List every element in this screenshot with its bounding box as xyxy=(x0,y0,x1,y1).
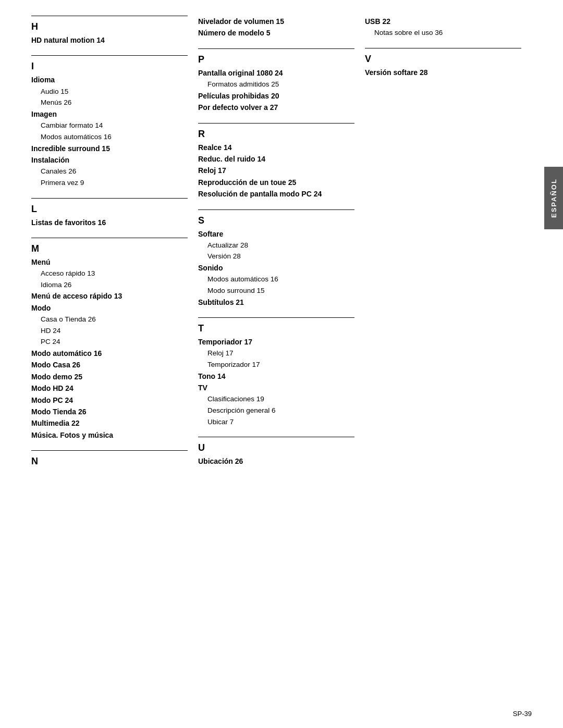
section-L: LListas de favoritos 16 xyxy=(31,198,188,228)
index-entry: Menús 26 xyxy=(31,97,188,108)
index-entry: Número de modelo 5 xyxy=(198,27,354,39)
letter-T: T xyxy=(198,323,354,334)
index-entry: Menú de acceso rápido 13 xyxy=(31,290,188,302)
section-I: IIdiomaAudio 15Menús 26ImagenCambiar for… xyxy=(31,55,188,188)
section-divider xyxy=(31,450,188,451)
letter-N: N xyxy=(31,456,188,467)
index-entry: Idioma 26 xyxy=(31,279,188,291)
column-2: Nivelador de volumen 15Número de modelo … xyxy=(198,16,365,477)
index-entry: Modo automático 16 xyxy=(31,348,188,359)
index-entry: TV xyxy=(198,382,354,393)
main-content: HHD natural motion 14IIdiomaAudio 15Menú… xyxy=(31,16,532,477)
section-divider xyxy=(198,123,354,124)
index-entry: Modo surround 15 xyxy=(198,285,354,297)
index-entry: Resolución de pantalla modo PC 24 xyxy=(198,188,354,200)
index-entry: Modo xyxy=(31,302,188,314)
language-tab: ESPAÑOL xyxy=(544,167,563,229)
section-divider xyxy=(198,209,354,210)
index-entry: Música. Fotos y música xyxy=(31,429,188,441)
section-V: VVersión softare 28 xyxy=(365,48,521,78)
index-entry: Temporizador 17 xyxy=(198,359,354,371)
index-entry: Primera vez 9 xyxy=(31,177,188,189)
column-3: USB 22Notas sobre el uso 36VVersión soft… xyxy=(365,16,532,477)
index-entry: Modo HD 24 xyxy=(31,382,188,394)
section-divider xyxy=(31,16,188,16)
index-entry: Películas prohibidas 20 xyxy=(198,90,354,102)
section-M: MMenúAcceso rápido 13Idioma 26Menú de ac… xyxy=(31,238,188,441)
index-entry: Incredible surround 15 xyxy=(31,143,188,154)
index-entry: Clasificaciones 19 xyxy=(198,393,354,405)
section-P: PPantalla original 1080 24Formatos admit… xyxy=(198,48,354,114)
index-entry: Modo Tienda 26 xyxy=(31,406,188,417)
index-entry: Idioma xyxy=(31,74,188,85)
index-entry: Notas sobre el uso 36 xyxy=(365,27,521,39)
index-entry: Reduc. del ruido 14 xyxy=(198,153,354,165)
page-number: SP-39 xyxy=(513,710,532,718)
index-entry: Menú xyxy=(31,256,188,268)
index-entry: Temporiador 17 xyxy=(198,336,354,348)
index-entry: Ubicar 7 xyxy=(198,416,354,428)
index-entry: Reloj 17 xyxy=(198,348,354,359)
letter-I: I xyxy=(31,61,188,72)
section-R: RRealce 14Reduc. del ruido 14Reloj 17Rep… xyxy=(198,123,354,200)
index-entry: Pantalla original 1080 24 xyxy=(198,67,354,79)
section-divider xyxy=(198,437,354,437)
section-divider xyxy=(198,48,354,49)
index-entry: Imagen xyxy=(31,108,188,120)
section-divider xyxy=(198,317,354,318)
index-entry: Canales 26 xyxy=(31,166,188,177)
index-entry: Tono 14 xyxy=(198,371,354,382)
section-divider xyxy=(31,55,188,56)
letter-M: M xyxy=(31,243,188,254)
section-divider xyxy=(31,198,188,199)
index-entry: Modo PC 24 xyxy=(31,394,188,406)
index-entry: Acceso rápido 13 xyxy=(31,268,188,279)
letter-L: L xyxy=(31,204,188,215)
index-entry: Modo demo 25 xyxy=(31,371,188,382)
index-entry: Actualizar 28 xyxy=(198,240,354,251)
index-entry: Por defecto volver a 27 xyxy=(198,102,354,113)
index-entry: Multimedia 22 xyxy=(31,417,188,429)
column-1: HHD natural motion 14IIdiomaAudio 15Menú… xyxy=(31,16,198,477)
index-entry: Versión 28 xyxy=(198,251,354,262)
index-entry: Cambiar formato 14 xyxy=(31,120,188,131)
index-entry: Reproducción de un toue 25 xyxy=(198,177,354,188)
section-divider xyxy=(365,48,521,48)
section-divider xyxy=(31,238,188,238)
index-entry: Realce 14 xyxy=(198,142,354,153)
index-entry: PC 24 xyxy=(31,336,188,348)
section-U: UUbicación 26 xyxy=(198,437,354,467)
index-entry: Modos automáticos 16 xyxy=(198,274,354,285)
index-entry: Descripción general 6 xyxy=(198,405,354,416)
letter-H: H xyxy=(31,21,188,32)
index-entry: Listas de favoritos 16 xyxy=(31,217,188,228)
section-item-0: USB 22Notas sobre el uso 36 xyxy=(365,16,521,39)
index-entry: HD natural motion 14 xyxy=(31,34,188,46)
index-entry: Ubicación 26 xyxy=(198,455,354,467)
index-entry: Nivelador de volumen 15 xyxy=(198,16,354,27)
index-entry: Softare xyxy=(198,228,354,240)
index-entry: Audio 15 xyxy=(31,86,188,97)
index-entry: Subtítulos 21 xyxy=(198,297,354,308)
index-entry: Formatos admitidos 25 xyxy=(198,79,354,90)
index-entry: Reloj 17 xyxy=(198,165,354,176)
section-T: TTemporiador 17Reloj 17Temporizador 17To… xyxy=(198,317,354,427)
letter-S: S xyxy=(198,215,354,226)
letter-U: U xyxy=(198,442,354,453)
index-entry: Modos automáticos 16 xyxy=(31,131,188,143)
index-entry: Sonido xyxy=(198,262,354,274)
index-entry: USB 22 xyxy=(365,16,521,27)
index-entry: Instalación xyxy=(31,154,188,166)
index-entry: Versión softare 28 xyxy=(365,67,521,78)
section-S: SSoftareActualizar 28Versión 28SonidoMod… xyxy=(198,209,354,309)
letter-V: V xyxy=(365,54,521,65)
index-entry: HD 24 xyxy=(31,325,188,337)
section-item-0: Nivelador de volumen 15Número de modelo … xyxy=(198,16,354,39)
index-entry: Modo Casa 26 xyxy=(31,359,188,371)
index-entry: Casa o Tienda 26 xyxy=(31,314,188,325)
letter-R: R xyxy=(198,129,354,140)
letter-P: P xyxy=(198,54,354,65)
section-N: N xyxy=(31,450,188,467)
section-H: HHD natural motion 14 xyxy=(31,16,188,46)
